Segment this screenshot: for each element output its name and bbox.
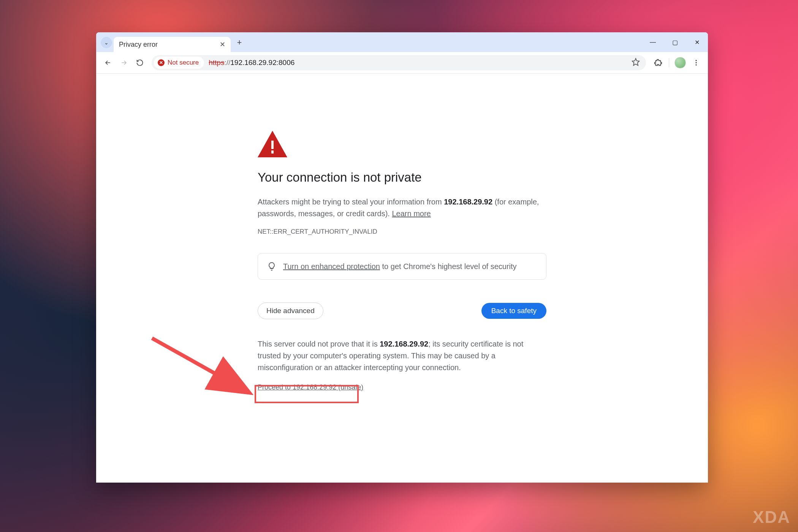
interstitial-warning-text: Attackers might be trying to steal your … <box>258 196 546 220</box>
extensions-button[interactable] <box>651 55 665 70</box>
learn-more-link[interactable]: Learn more <box>392 209 431 218</box>
arrow-left-icon <box>104 59 112 66</box>
url-separator: :// <box>224 59 230 66</box>
browser-tab[interactable]: Privacy error ✕ <box>114 37 231 52</box>
toolbar-divider <box>669 58 669 67</box>
tip-rest: to get Chrome's highest level of securit… <box>380 262 517 271</box>
reload-button[interactable] <box>133 55 147 70</box>
maximize-button[interactable]: ▢ <box>664 32 686 52</box>
address-bar[interactable]: ✕ Not secure https://192.168.29.92:8006 <box>152 55 646 70</box>
back-button[interactable] <box>101 55 115 70</box>
tab-strip: ⌄ Privacy error ✕ + — ▢ ✕ <box>96 32 708 52</box>
page-content: Your connection is not private Attackers… <box>96 74 708 483</box>
interstitial-heading: Your connection is not private <box>258 170 546 185</box>
star-icon <box>632 58 640 66</box>
back-to-safety-button[interactable]: Back to safety <box>481 303 546 319</box>
security-chip[interactable]: ✕ Not secure <box>154 57 204 69</box>
proceed-unsafe-link[interactable]: Proceed to 192.168.29.92 (unsafe) <box>258 383 363 391</box>
minimize-button[interactable]: — <box>642 32 664 52</box>
watermark: XDA <box>753 508 790 527</box>
plus-icon: + <box>237 38 242 48</box>
svg-point-2 <box>695 62 697 63</box>
forward-button[interactable] <box>117 55 131 70</box>
tab-title: Privacy error <box>119 41 158 49</box>
hide-advanced-button[interactable]: Hide advanced <box>258 302 323 319</box>
reload-icon <box>136 59 144 66</box>
arrow-right-icon <box>120 59 128 66</box>
svg-rect-6 <box>271 150 274 154</box>
bookmark-button[interactable] <box>632 58 640 68</box>
window-controls: — ▢ ✕ <box>642 32 708 52</box>
button-row: Hide advanced Back to safety <box>258 302 546 319</box>
danger-icon: ✕ <box>158 59 165 66</box>
svg-point-1 <box>695 60 697 61</box>
error-code: NET::ERR_CERT_AUTHORITY_INVALID <box>258 228 546 236</box>
chevron-down-icon: ⌄ <box>104 40 109 46</box>
kebab-icon <box>692 59 700 66</box>
security-chip-label: Not secure <box>168 59 199 66</box>
privacy-error-interstitial: Your connection is not private Attackers… <box>258 131 546 391</box>
enhanced-protection-link[interactable]: Turn on enhanced protection <box>283 262 380 271</box>
browser-window: ⌄ Privacy error ✕ + — ▢ ✕ ✕ Not secure <box>96 32 708 483</box>
profile-avatar[interactable] <box>674 57 686 68</box>
search-tabs-button[interactable]: ⌄ <box>101 37 112 48</box>
svg-point-3 <box>695 64 697 65</box>
svg-marker-0 <box>632 59 639 65</box>
url-scheme: https <box>209 59 224 66</box>
enhanced-protection-tip: Turn on enhanced protection to get Chrom… <box>258 253 546 280</box>
lightbulb-icon <box>267 262 276 271</box>
toolbar: ✕ Not secure https://192.168.29.92:8006 <box>96 52 708 74</box>
svg-rect-5 <box>271 141 274 149</box>
tab-close-button[interactable]: ✕ <box>220 40 225 49</box>
window-close-button[interactable]: ✕ <box>686 32 708 52</box>
url-host: 192.168.29.92:8006 <box>230 59 294 66</box>
menu-button[interactable] <box>689 55 703 70</box>
new-tab-button[interactable]: + <box>233 36 246 49</box>
url-text: https://192.168.29.92:8006 <box>209 59 294 67</box>
warning-triangle-icon <box>258 131 546 159</box>
puzzle-icon <box>654 59 662 67</box>
advanced-explanation: This server could not prove that it is 1… <box>258 338 546 374</box>
